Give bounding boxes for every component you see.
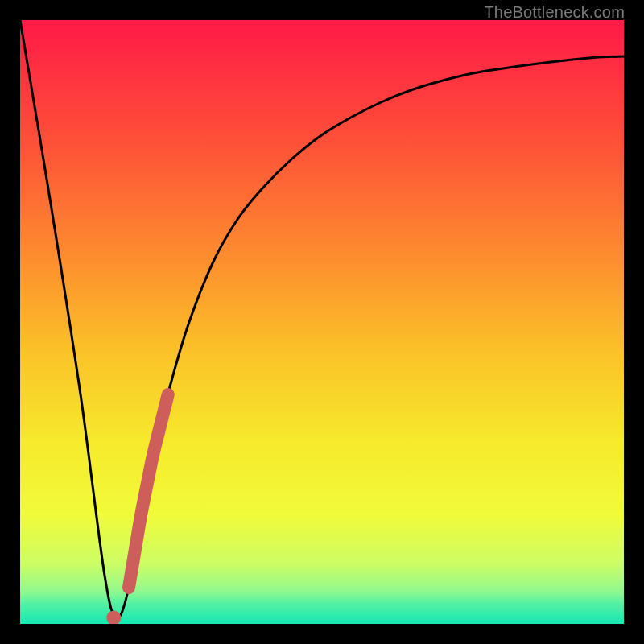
chart-frame: TheBottleneck.com [0, 0, 644, 644]
minimum-dot [106, 611, 121, 625]
bottleneck-curve [20, 20, 624, 618]
highlight-segment [129, 394, 168, 588]
attribution-text: TheBottleneck.com [484, 3, 625, 22]
plot-area [20, 20, 624, 624]
curve-layer [20, 20, 624, 624]
